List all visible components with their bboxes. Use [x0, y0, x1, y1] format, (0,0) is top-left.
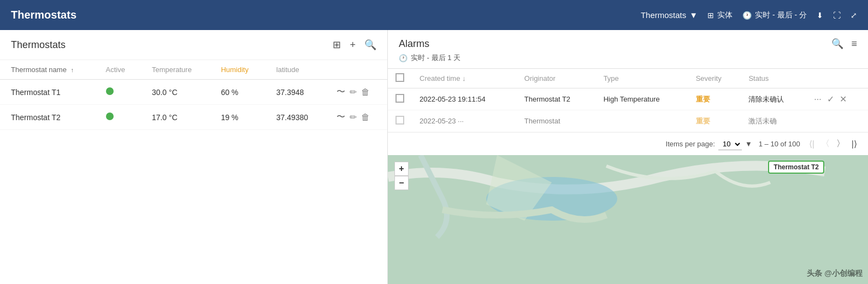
fullscreen-icon-btn[interactable]: ⤢ — [851, 11, 857, 20]
alarm-actions-1: ··· ✓ ✕ — [806, 88, 868, 110]
col-thermostat-name[interactable]: Thermostat name ↑ — [0, 60, 95, 80]
col-severity: Severity — [688, 69, 741, 88]
col-temperature: Temperature — [141, 60, 210, 80]
left-panel: Thermostats ⊞ + 🔍 Thermostat name ↑ Acti… — [0, 30, 388, 284]
alarms-search-icon[interactable]: 🔍 — [831, 38, 843, 50]
nav-right-actions: Thermostats ▼ ⊞ 实体 🕐 实时 - 最后 - 分 ⬇ ⛶ ⤢ — [641, 10, 857, 20]
cell-active-t1 — [95, 80, 141, 105]
col-actions — [326, 60, 387, 80]
sparkline-icon-t2[interactable]: 〜 — [336, 111, 345, 123]
download-icon: ⬇ — [817, 11, 823, 20]
alarms-table: Created time ↓ Originator Type Severity … — [388, 69, 868, 132]
alarms-title: Alarms — [399, 38, 831, 50]
main-content: Thermostats ⊞ + 🔍 Thermostat name ↑ Acti… — [0, 30, 868, 284]
map-section: + − Thermostat T2 头条 @小创编程 — [388, 155, 868, 284]
alarms-table-container: Created time ↓ Originator Type Severity … — [388, 69, 868, 132]
map-zoom-out-btn[interactable]: − — [394, 176, 409, 190]
col-alarm-actions — [806, 69, 868, 88]
sort-arrow-icon: ↑ — [71, 67, 74, 73]
edit-icon-t2[interactable]: ✏ — [350, 112, 357, 122]
col-originator: Originator — [517, 69, 596, 88]
map-controls: + − — [394, 162, 409, 190]
cell-row-actions-t2: 〜 ✏ 🗑 — [326, 105, 387, 130]
alarm-row-2: 2022-05-23 ··· Thermostat 重要 激活未确 — [388, 110, 868, 132]
alarm-originator-2: Thermostat — [517, 110, 596, 132]
entity-icon: ⊞ — [707, 11, 714, 20]
cell-row-actions-t1: 〜 ✏ 🗑 — [326, 80, 387, 105]
col-status: Status — [741, 69, 806, 88]
table-row: Thermostat T2 17.0 °C 19 % 37.49380 〜 ✏ … — [0, 105, 387, 130]
cell-humidity-t1: 60 % — [210, 80, 265, 105]
left-panel-actions: ⊞ + 🔍 — [333, 39, 376, 51]
thermostats-dropdown[interactable]: Thermostats ▼ — [641, 10, 698, 20]
dropdown-label: Thermostats — [641, 10, 686, 20]
time-filter-clock-icon: 🕐 — [399, 54, 408, 62]
alarm-status-2: 激活未确 — [741, 110, 806, 132]
col-humidity: Humidity — [210, 60, 265, 80]
delete-icon-t1[interactable]: 🗑 — [361, 87, 370, 97]
realtime-icon-btn[interactable]: 🕐 实时 - 最后 - 分 — [742, 10, 807, 20]
sparkline-icon-t1[interactable]: 〜 — [336, 86, 345, 98]
search-icon[interactable]: 🔍 — [364, 39, 376, 51]
col-checkbox — [388, 69, 412, 88]
delete-icon-t2[interactable]: 🗑 — [361, 113, 370, 122]
col-thermostat-name-label: Thermostat name — [11, 66, 67, 74]
next-page-btn[interactable]: 〉 — [834, 137, 847, 151]
first-page-btn[interactable]: ⟨| — [807, 138, 817, 150]
alarm-checkbox-cell-1 — [388, 88, 412, 110]
cell-humidity-t2: 19 % — [210, 105, 265, 130]
app-title: Thermostats — [11, 9, 641, 21]
select-all-checkbox[interactable] — [395, 73, 404, 82]
alarms-header-row: Created time ↓ Originator Type Severity … — [388, 69, 868, 88]
cell-temp-t1: 30.0 °C — [141, 80, 210, 105]
col-type: Type — [596, 69, 688, 88]
map-zoom-in-btn[interactable]: + — [394, 162, 409, 176]
alarms-header-icons: 🔍 ≡ — [831, 38, 857, 50]
created-time-sort-icon: ↓ — [462, 74, 466, 82]
alarm-checkbox-1[interactable] — [395, 94, 404, 103]
pagination-nav: ⟨| 〈 〉 |⟩ — [807, 137, 859, 151]
map-svg — [388, 155, 868, 284]
dropdown-chevron-icon: ▼ — [689, 10, 698, 20]
alarms-filter-icon[interactable]: ≡ — [851, 38, 857, 50]
alarm-row-1: 2022-05-23 19:11:54 Thermostat T2 High T… — [388, 88, 868, 110]
last-page-btn[interactable]: |⟩ — [849, 138, 859, 150]
alarm-status-1: 清除未确认 — [741, 88, 806, 110]
pagination-range: 1 – 10 of 100 — [759, 140, 800, 148]
table-row: Thermostat T1 30.0 °C 60 % 37.3948 〜 ✏ 🗑 — [0, 80, 387, 105]
add-icon[interactable]: + — [350, 39, 356, 51]
screenshot-icon-btn[interactable]: ⛶ — [833, 11, 841, 20]
map-marker-label: Thermostat T2 — [768, 161, 824, 174]
alarms-section: Alarms 🔍 ≡ 🕐 实时 - 最后 1 天 — [388, 30, 868, 69]
watermark: 头条 @小创编程 — [807, 269, 863, 279]
col-latitude: latitude — [265, 60, 326, 80]
cell-name-t1: Thermostat T1 — [0, 80, 95, 105]
cell-lat-t1: 37.3948 — [265, 80, 326, 105]
alarm-checkbox-cell-2 — [388, 110, 412, 132]
items-per-page-label: Items per page: — [666, 140, 715, 148]
top-navigation: Thermostats Thermostats ▼ ⊞ 实体 🕐 实时 - 最后… — [0, 0, 868, 30]
alarm-time-1: 2022-05-23 19:11:54 — [412, 88, 517, 110]
columns-icon[interactable]: ⊞ — [333, 39, 341, 51]
fullscreen-icon: ⤢ — [851, 11, 857, 20]
cell-name-t2: Thermostat T2 — [0, 105, 95, 130]
alarm-more-icon-1[interactable]: ··· — [814, 94, 821, 104]
pagination-bar: Items per page: 10 25 50 ▼ 1 – 10 of 100… — [388, 132, 868, 155]
per-page-select[interactable]: 10 25 50 — [718, 138, 742, 150]
left-panel-title: Thermostats — [11, 39, 333, 51]
col-created-time[interactable]: Created time ↓ — [412, 69, 517, 88]
alarm-time-2: 2022-05-23 ··· — [412, 110, 517, 132]
alarm-close-icon-1[interactable]: ✕ — [840, 94, 847, 104]
left-panel-header: Thermostats ⊞ + 🔍 — [0, 30, 387, 60]
alarm-checkbox-2[interactable] — [395, 116, 404, 125]
clock-icon: 🕐 — [742, 11, 752, 20]
download-icon-btn[interactable]: ⬇ — [817, 11, 823, 20]
edit-icon-t1[interactable]: ✏ — [350, 87, 357, 97]
created-time-label: Created time — [420, 74, 460, 82]
alarm-acknowledge-icon-1[interactable]: ✓ — [827, 94, 834, 104]
prev-page-btn[interactable]: 〈 — [819, 137, 832, 151]
time-filter-label: 实时 - 最后 1 天 — [411, 53, 460, 63]
table-header-row: Thermostat name ↑ Active Temperature Hum… — [0, 60, 387, 80]
entity-icon-btn[interactable]: ⊞ 实体 — [707, 10, 733, 20]
severity-badge-2: 重要 — [696, 117, 710, 125]
